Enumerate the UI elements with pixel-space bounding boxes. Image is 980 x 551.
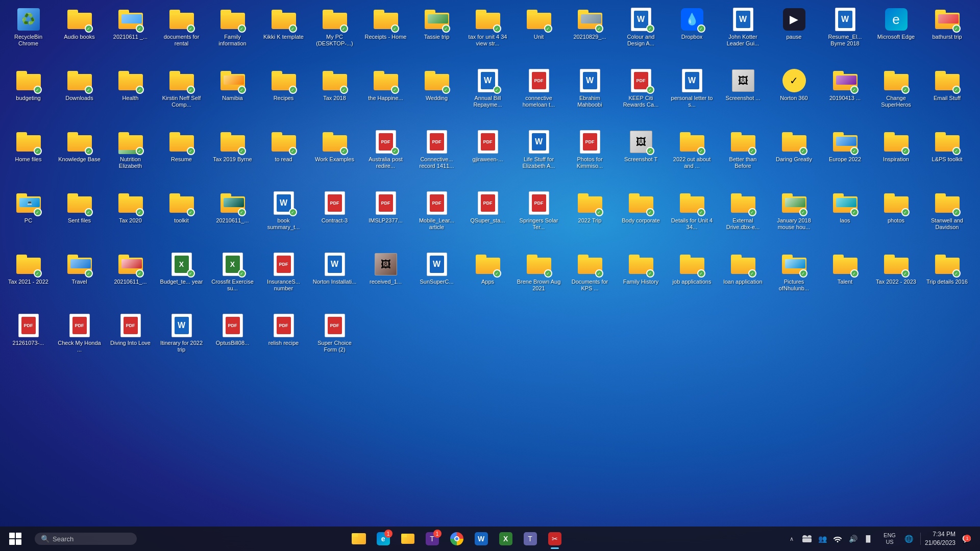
icon-itinerary2022[interactable]: W Itinerary for 2022 trip <box>157 310 206 371</box>
tray-people[interactable]: 👥 <box>815 532 829 546</box>
icon-connective-rec[interactable]: PDF Connective... record 1411... <box>412 127 461 188</box>
icon-body-corp[interactable]: Body corporate <box>617 188 665 249</box>
icon-crossfit[interactable]: X Crossfit Exercise su... <box>208 249 257 310</box>
icon-20190413[interactable]: 20190413 ... <box>821 65 869 127</box>
taskbar-file-explorer[interactable] <box>348 528 370 550</box>
icon-sunsuper[interactable]: W SunSuperC... <box>412 249 461 310</box>
icon-norton-install[interactable]: W Norton Installati... <box>310 249 359 310</box>
icon-europe2022[interactable]: Europe 2022 <box>821 127 869 188</box>
icon-20210829[interactable]: 20210829_... <box>566 4 614 65</box>
icon-keep-citi[interactable]: PDF KEEP Citi Rewards Ca... <box>617 65 665 127</box>
icon-trip-details[interactable]: Trip details 2016 <box>923 249 971 310</box>
icon-imslp[interactable]: PDF IMSLP2377... <box>361 188 410 249</box>
icon-family-info[interactable]: Family information <box>208 4 257 65</box>
icon-edge[interactable]: e Microsoft Edge <box>872 4 920 65</box>
icon-to-read[interactable]: to read <box>259 127 308 188</box>
icon-talent[interactable]: Talent <box>821 249 869 310</box>
icon-change-superh[interactable]: Change SuperHeros <box>872 65 920 127</box>
icon-receipts-home[interactable]: Receipts - Home <box>361 4 410 65</box>
icon-mobile-learn[interactable]: PDF Mobile_Lear... article <box>412 188 461 249</box>
icon-namibia[interactable]: Namibia <box>208 65 257 127</box>
icon-external-drive[interactable]: External Drive.dbx-e... <box>719 188 767 249</box>
icon-gjiraween[interactable]: PDF gjiraween-... <box>463 127 512 188</box>
icon-jan2018[interactable]: January 2018 mouse hou... <box>770 188 818 249</box>
icon-pause[interactable]: ▶ pause <box>770 4 818 65</box>
icon-brene-brown[interactable]: Brene Brown Aug 2021 <box>514 249 563 310</box>
icon-stanwell[interactable]: Stanwell and Davidson <box>923 188 971 249</box>
icon-contract3[interactable]: PDF Contract-3 <box>310 188 359 249</box>
icon-tax2019[interactable]: Tax 2019 Byrne <box>208 127 257 188</box>
search-input[interactable]: Search <box>53 535 74 543</box>
icon-budget-year[interactable]: X Budget_te... year <box>157 249 206 310</box>
icon-nutrition[interactable]: Nutrition Elizabeth <box>106 127 155 188</box>
icon-knowledge-base[interactable]: Knowledge Base <box>55 127 104 188</box>
taskbar-excel[interactable]: X <box>495 528 517 550</box>
icon-20210611[interactable]: 20210611 _... <box>106 4 155 65</box>
icon-apps[interactable]: Apps <box>463 249 512 310</box>
icon-pc[interactable]: 💻 PC <box>4 188 53 249</box>
taskbar-chrome[interactable] <box>446 528 468 550</box>
icon-check-honda[interactable]: PDF Check My Honda ... <box>55 310 104 371</box>
icon-audio-books[interactable]: Audio books <box>55 4 104 65</box>
icon-wedding[interactable]: Wedding <box>412 65 461 127</box>
icon-personal-letter[interactable]: W personal letter to s... <box>668 65 716 127</box>
icon-better-before[interactable]: Better than Before <box>719 127 767 188</box>
icon-received[interactable]: 🖼 received_1... <box>361 249 410 310</box>
icon-ebrahim[interactable]: W Ebrahim Mahboobi <box>566 65 614 127</box>
icon-life-stuff[interactable]: W Life Stuff for Elizabeth A... <box>514 127 563 188</box>
icon-daring-greatly[interactable]: Daring Greatly <box>770 127 818 188</box>
icon-photos[interactable]: photos <box>872 188 920 249</box>
icon-travel[interactable]: Travel <box>55 249 104 310</box>
icon-docs-kps[interactable]: Documents for KPS ... <box>566 249 614 310</box>
icon-photos-kimm[interactable]: PDF Photos for Kimmiso... <box>566 127 614 188</box>
taskbar-edge[interactable]: e 1 <box>372 528 395 550</box>
icon-unit[interactable]: Unit <box>514 4 563 65</box>
icon-qsuper[interactable]: PDF QSuper_sta... <box>463 188 512 249</box>
icon-colour-design[interactable]: W Colour and Design A... <box>617 4 665 65</box>
icon-20210611-b[interactable]: 20210611_... <box>208 188 257 249</box>
icon-docs-rental[interactable]: documents for rental <box>157 4 206 65</box>
icon-bathurst[interactable]: bathurst trip <box>923 4 971 65</box>
icon-20210611-c[interactable]: 20210611_... <box>106 249 155 310</box>
icon-kirstin[interactable]: Kirstin Neff Self Comp... <box>157 65 206 127</box>
icon-annual-bill[interactable]: W Annual Bill Repayme... <box>463 65 512 127</box>
tray-volume[interactable]: 🔊 <box>846 532 860 546</box>
icon-recycle-bin[interactable]: ♻️ RecycleBinChrome <box>4 4 53 65</box>
icon-sent-files[interactable]: Sent files <box>55 188 104 249</box>
icon-the-happiness[interactable]: the Happine... <box>361 65 410 127</box>
icon-pictures-nhu[interactable]: Pictures ofNhulunb... <box>770 249 818 310</box>
icon-home-files[interactable]: Home files <box>4 127 53 188</box>
icon-john-kotter[interactable]: W John Kotter Leader Gui... <box>719 4 767 65</box>
notification-button[interactable]: 💬 1 <box>960 532 974 546</box>
search-bar[interactable]: 🔍 Search <box>35 533 137 545</box>
icon-work-examples[interactable]: Work Examples <box>310 127 359 188</box>
icon-resume-el[interactable]: W Resume_El... Byrne 2018 <box>821 4 869 65</box>
icon-details-unit4[interactable]: Details for Unit 4 34... <box>668 188 716 249</box>
tray-globe[interactable]: 🌐 <box>902 532 916 546</box>
icon-resume[interactable]: Resume <box>157 127 206 188</box>
icon-relish[interactable]: PDF relish recipe <box>259 310 308 371</box>
tray-battery[interactable]: ▐▌ <box>861 532 875 546</box>
system-clock[interactable]: 7:34 PM 21/06/2023 <box>925 530 955 547</box>
icon-recipes[interactable]: Recipes <box>259 65 308 127</box>
icon-21261073[interactable]: PDF 21261073-... <box>4 310 53 371</box>
language-indicator[interactable]: ENGUS <box>881 532 898 546</box>
icon-health[interactable]: Health <box>106 65 155 127</box>
icon-tax2018[interactable]: Tax 2018 <box>310 65 359 127</box>
icon-connective-home[interactable]: PDF connective homeloan t... <box>514 65 563 127</box>
icon-super-choice[interactable]: PDF Super Choice Form (2) <box>310 310 359 371</box>
icon-inspiration[interactable]: Inspiration <box>872 127 920 188</box>
icon-screenshot-w2[interactable]: 🖼 Screenshot ... <box>719 65 767 127</box>
icon-email-stuff[interactable]: Email Stuff <box>923 65 971 127</box>
icon-tassie[interactable]: Tassie trip <box>412 4 461 65</box>
icon-book-summary[interactable]: W book summary_t... <box>259 188 308 249</box>
tray-chevron[interactable]: ∧ <box>785 532 799 546</box>
start-button[interactable] <box>6 530 24 548</box>
icon-job-apps[interactable]: job applications <box>668 249 716 310</box>
icon-tax2021[interactable]: Tax 2021 - 2022 <box>4 249 53 310</box>
icon-optus-bill[interactable]: PDF OptusBill08... <box>208 310 257 371</box>
taskbar-word[interactable]: W <box>470 528 493 550</box>
icon-downloads[interactable]: Downloads <box>55 65 104 127</box>
taskbar-teams[interactable]: T 1 <box>421 528 444 550</box>
icon-norton[interactable]: ✓ Norton 360 <box>770 65 818 127</box>
